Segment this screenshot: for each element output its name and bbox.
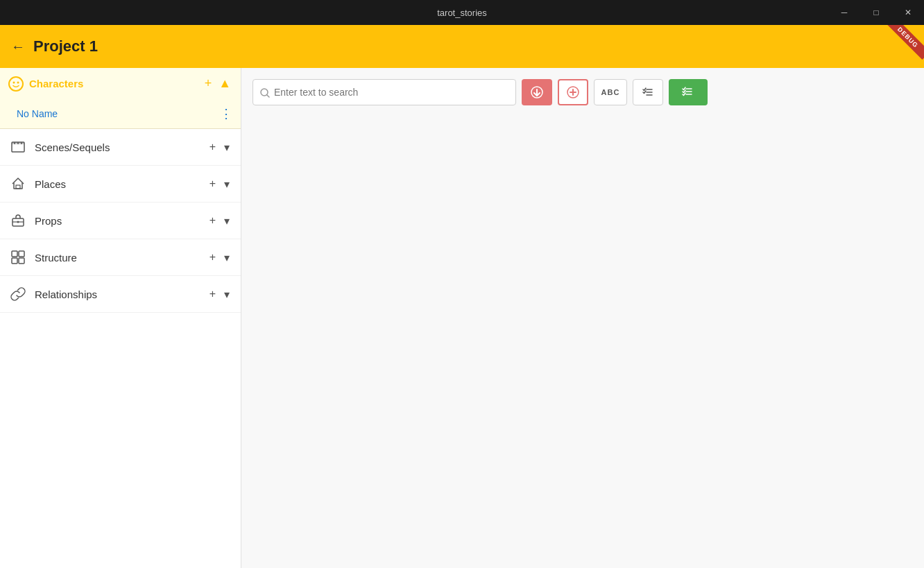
back-button[interactable]: ←	[11, 39, 25, 55]
places-expand-button[interactable]: ▾	[221, 176, 232, 192]
character-item[interactable]: No Name ⋮	[0, 99, 241, 128]
characters-collapse-button[interactable]: ▲	[217, 75, 232, 92]
sidebar-item-props[interactable]: Props + ▾	[0, 203, 241, 239]
titlebar: tarot_stories ─ □ ✕	[0, 0, 924, 25]
header: ← Project 1 DEBUG	[0, 25, 924, 68]
green-check-button[interactable]	[669, 79, 708, 105]
props-label: Props	[35, 215, 207, 227]
relationships-add-button[interactable]: +	[207, 286, 219, 302]
structure-icon	[8, 248, 28, 267]
structure-label: Structure	[35, 252, 207, 264]
characters-actions: + ▲	[203, 75, 232, 92]
relationships-actions: + ▾	[207, 286, 232, 302]
add-button[interactable]	[558, 79, 588, 105]
places-add-button[interactable]: +	[207, 176, 219, 191]
restore-button[interactable]: □	[860, 0, 892, 25]
svg-point-2	[17, 81, 19, 83]
structure-actions: + ▾	[207, 250, 232, 266]
places-label: Places	[35, 178, 207, 190]
characters-icon	[8, 76, 24, 91]
minimize-button[interactable]: ─	[828, 0, 860, 25]
main-layout: Characters + ▲ No Name ⋮	[0, 68, 924, 568]
search-input[interactable]	[274, 87, 508, 98]
sidebar-item-places[interactable]: Places + ▾	[0, 166, 241, 203]
character-name: No Name	[17, 108, 220, 119]
debug-badge: DEBUG	[887, 25, 924, 60]
sidebar-item-relationships[interactable]: Relationships + ▾	[0, 276, 241, 313]
props-actions: + ▾	[207, 213, 232, 229]
scenes-label: Scenes/Sequels	[35, 141, 207, 153]
character-more-button[interactable]: ⋮	[220, 106, 232, 121]
scenes-add-button[interactable]: +	[207, 139, 219, 155]
checklist-button[interactable]	[633, 79, 663, 105]
svg-point-11	[17, 221, 19, 223]
sidebar-item-structure[interactable]: Structure + ▾	[0, 239, 241, 276]
relationships-expand-button[interactable]: ▾	[221, 286, 232, 302]
props-add-button[interactable]: +	[207, 213, 219, 228]
characters-add-button[interactable]: +	[203, 75, 214, 92]
characters-section: Characters + ▲ No Name ⋮	[0, 68, 241, 129]
characters-header[interactable]: Characters + ▲	[0, 68, 241, 99]
structure-expand-button[interactable]: ▾	[221, 250, 232, 266]
svg-rect-13	[19, 251, 24, 257]
content-empty	[253, 117, 913, 557]
app-title: tarot_stories	[437, 8, 487, 18]
search-icon	[260, 87, 270, 98]
places-icon	[8, 174, 28, 193]
debug-badge-wrap: DEBUG	[882, 25, 924, 67]
sidebar-item-scenes[interactable]: Scenes/Sequels + ▾	[0, 129, 241, 166]
text-filter-button[interactable]: ABC	[594, 79, 627, 105]
scenes-icon	[8, 137, 28, 157]
window-controls: ─ □ ✕	[828, 0, 924, 25]
characters-label: Characters	[29, 78, 203, 89]
toolbar: ABC	[253, 79, 913, 105]
props-icon	[8, 211, 28, 230]
scenes-expand-button[interactable]: ▾	[221, 139, 232, 155]
search-box	[253, 79, 516, 105]
svg-point-1	[13, 81, 15, 83]
props-expand-button[interactable]: ▾	[221, 213, 232, 229]
structure-add-button[interactable]: +	[207, 250, 219, 265]
relationships-label: Relationships	[35, 289, 207, 300]
close-button[interactable]: ✕	[892, 0, 924, 25]
places-actions: + ▾	[207, 176, 232, 192]
content-area: ABC	[241, 68, 924, 568]
sidebar: Characters + ▲ No Name ⋮	[0, 68, 241, 568]
character-item-actions: ⋮	[220, 106, 232, 121]
svg-line-17	[267, 95, 269, 97]
svg-rect-12	[12, 251, 17, 257]
relationships-icon	[8, 284, 28, 304]
svg-rect-14	[12, 258, 17, 264]
svg-rect-15	[19, 258, 24, 264]
scenes-actions: + ▾	[207, 139, 232, 155]
svg-point-0	[9, 77, 23, 91]
project-title: Project 1	[33, 37, 98, 55]
add-down-button[interactable]	[522, 79, 552, 105]
